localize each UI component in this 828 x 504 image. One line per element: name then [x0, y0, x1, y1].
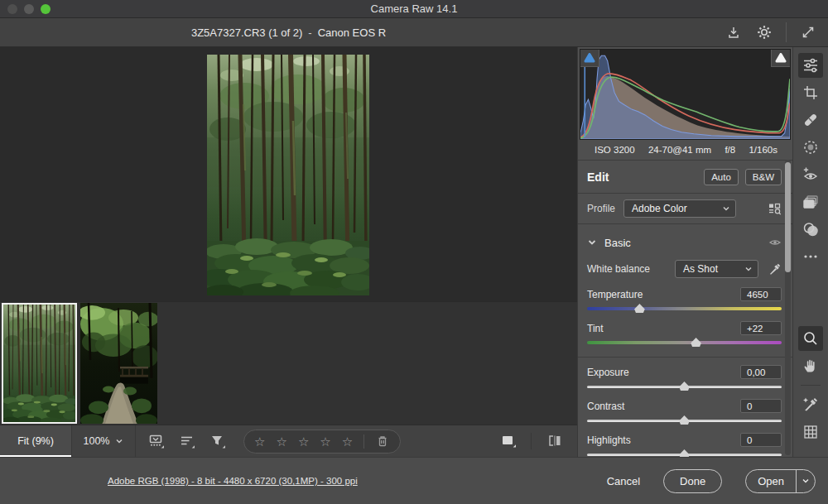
filmstrip-options-icon[interactable] — [141, 433, 171, 449]
filmstrip-thumbnail-selected[interactable] — [2, 303, 77, 424]
cancel-button[interactable]: Cancel — [607, 475, 640, 487]
filmstrip — [0, 301, 577, 425]
action-buttons: Cancel Done Open — [607, 469, 828, 493]
contrast-value-field[interactable]: 0 — [740, 399, 782, 413]
preview-controls — [493, 425, 577, 457]
exposure-value-field[interactable]: 0,00 — [740, 365, 782, 379]
left-column: Fit (9%) 100% — [0, 47, 577, 457]
chevron-down-icon — [722, 204, 730, 213]
edit-tool-icon[interactable] — [798, 53, 823, 78]
preview-preferences-icon[interactable] — [493, 433, 523, 449]
temperature-slider[interactable] — [587, 303, 782, 314]
reject-trash-icon[interactable] — [375, 434, 390, 449]
document-title: 3Z5A7327.CR3 (1 of 2)-Canon EOS R — [0, 26, 577, 39]
header-divider — [786, 22, 787, 42]
crop-tool-icon[interactable] — [798, 80, 823, 105]
lens-value: 24-70@41 mm — [648, 145, 711, 155]
slider-thumb[interactable] — [678, 415, 691, 425]
color-sampler-tool-icon[interactable] — [798, 392, 823, 417]
more-tools-icon[interactable] — [798, 244, 823, 269]
header-bar: 3Z5A7327.CR3 (1 of 2)-Canon EOS R — [0, 18, 828, 47]
rating-divider — [363, 434, 364, 449]
white-balance-row: White balance As Shot — [578, 258, 792, 280]
filmstrip-thumbnail[interactable] — [80, 303, 157, 424]
panel-scrollbar-thumb[interactable] — [785, 162, 791, 272]
star-rating-icon[interactable]: ☆ — [276, 435, 286, 448]
tint-slider[interactable] — [587, 337, 782, 348]
profile-select[interactable]: Adobe Color — [623, 199, 736, 218]
status-bar: Adobe RGB (1998) - 8 bit - 4480 x 6720 (… — [0, 457, 828, 504]
histogram[interactable] — [580, 49, 791, 140]
done-button[interactable]: Done — [663, 469, 722, 493]
temperature-value-field[interactable]: 4650 — [740, 287, 782, 301]
sort-order-icon[interactable] — [171, 433, 202, 449]
tools-divider — [801, 385, 821, 386]
fit-zoom-button[interactable]: Fit (9%) — [0, 425, 71, 457]
bw-button[interactable]: B&W — [745, 169, 782, 185]
exposure-label: Exposure — [587, 367, 629, 378]
masking-tool-icon[interactable] — [798, 135, 823, 160]
aperture-value: f/8 — [724, 145, 735, 155]
tool-column — [792, 47, 827, 457]
filter-icon[interactable] — [202, 433, 233, 449]
profile-value: Adobe Color — [632, 203, 717, 214]
open-button-label[interactable]: Open — [746, 475, 796, 487]
profile-browser-icon[interactable] — [767, 201, 782, 216]
chevron-down-icon — [115, 437, 123, 445]
toolbar-divider — [531, 433, 532, 449]
before-after-view-icon[interactable] — [539, 433, 570, 449]
zoom-window-button[interactable] — [41, 4, 51, 14]
highlights-slider[interactable] — [587, 449, 782, 457]
star-rating-icon[interactable]: ☆ — [342, 435, 353, 448]
shutter-value: 1/160s — [749, 145, 777, 155]
header-icons — [724, 22, 828, 42]
image-viewer-canvas[interactable] — [0, 47, 577, 301]
basic-section-header[interactable]: Basic — [578, 224, 792, 254]
contrast-slider-row: Contrast 0 — [578, 398, 792, 425]
slider-thumb[interactable] — [633, 304, 646, 313]
slider-thumb[interactable] — [678, 449, 691, 457]
hand-tool-icon[interactable] — [798, 353, 823, 378]
contrast-slider[interactable] — [587, 415, 782, 425]
camera-raw-window: Camera Raw 14.1 3Z5A7327.CR3 (1 of 2)-Ca… — [0, 0, 828, 504]
exposure-slider[interactable] — [587, 381, 782, 391]
highlights-value-field[interactable]: 0 — [740, 433, 782, 447]
preview-photo[interactable] — [207, 55, 369, 295]
white-balance-label: White balance — [587, 263, 650, 275]
healing-tool-icon[interactable] — [798, 108, 823, 132]
close-window-button[interactable] — [7, 4, 17, 14]
fullscreen-icon[interactable] — [799, 23, 817, 41]
preferences-gear-icon[interactable] — [755, 23, 773, 41]
edit-panel-title: Edit — [587, 170, 609, 184]
shadow-clipping-indicator[interactable] — [580, 50, 599, 67]
workflow-options-link[interactable]: Adobe RGB (1998) - 8 bit - 4480 x 6720 (… — [108, 476, 358, 486]
section-divider — [578, 357, 792, 358]
red-eye-tool-icon[interactable] — [798, 162, 823, 187]
slider-thumb[interactable] — [690, 338, 702, 347]
slider-thumb[interactable] — [678, 382, 691, 391]
zoom-tool-icon[interactable] — [798, 326, 823, 351]
tint-value-field[interactable]: +22 — [740, 321, 782, 335]
traffic-lights — [7, 4, 51, 14]
star-rating-icon[interactable]: ☆ — [320, 435, 330, 448]
grid-overlay-icon[interactable] — [798, 420, 823, 444]
profile-row: Profile Adobe Color — [578, 194, 792, 224]
color-mixer-tool-icon[interactable] — [798, 217, 823, 242]
open-options-chevron[interactable] — [796, 470, 815, 492]
basic-section-title: Basic — [604, 237, 631, 249]
profile-label: Profile — [587, 203, 615, 214]
presets-tool-icon[interactable] — [798, 190, 823, 214]
zoom-level-select[interactable]: 100% — [71, 425, 136, 457]
highlight-clipping-indicator[interactable] — [771, 50, 790, 67]
star-rating-icon[interactable]: ☆ — [298, 435, 309, 448]
open-split-button[interactable]: Open — [745, 469, 816, 493]
highlights-label: Highlights — [587, 434, 631, 446]
save-image-icon[interactable] — [724, 23, 743, 41]
section-collapse-chevron-icon — [587, 238, 597, 247]
white-balance-eyedropper-icon[interactable] — [768, 262, 782, 276]
section-visibility-eye-icon[interactable] — [768, 236, 782, 249]
auto-button[interactable]: Auto — [704, 169, 739, 185]
minimize-window-button[interactable] — [24, 4, 34, 14]
star-rating-icon[interactable]: ☆ — [254, 435, 265, 448]
white-balance-select[interactable]: As Shot — [675, 260, 758, 278]
